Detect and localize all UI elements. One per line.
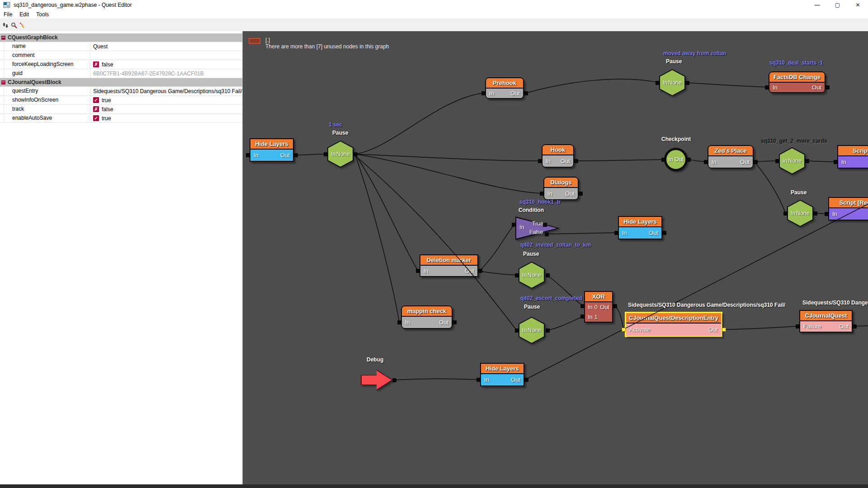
connector-pin[interactable]: [574, 159, 578, 163]
connector-pin[interactable]: [825, 212, 829, 216]
menu-edit[interactable]: Edit: [16, 10, 33, 19]
connector-pin[interactable]: [853, 324, 857, 328]
connector-pin[interactable]: [687, 158, 691, 162]
connector-pin[interactable]: [453, 320, 457, 324]
connector-pin[interactable]: [546, 273, 550, 277]
property-value[interactable]: ✓true: [90, 96, 242, 104]
connector-pin[interactable]: [661, 158, 665, 162]
hide-layers-3-node[interactable]: Hide LayersInOut: [480, 363, 524, 386]
pause-invited-node[interactable]: InNone: [519, 262, 545, 289]
property-value[interactable]: Quest: [90, 42, 242, 51]
connector-pin[interactable]: [754, 160, 758, 164]
arrange-icon[interactable]: [1, 21, 9, 29]
connector-pin[interactable]: [783, 211, 788, 216]
cjournal-quest-description-entry-node[interactable]: CJournalQuestDescriptionEntryActivateOut: [625, 312, 722, 337]
minimize-button[interactable]: —: [807, 0, 827, 10]
xor-node[interactable]: XORIn 0OutIn 1: [584, 291, 613, 323]
zeds-place-node[interactable]: Zed's PlaceInOut: [708, 145, 754, 169]
connector-pin[interactable]: [324, 152, 328, 156]
property-value[interactable]: [90, 51, 242, 60]
connector-pin[interactable]: [476, 378, 481, 382]
script-re-node[interactable]: Script [ReIn: [837, 145, 868, 169]
property-value[interactable]: Sidequests/SQ310 Dangerous Game/Descript…: [90, 87, 242, 95]
collapse-toggle-icon[interactable]: −: [1, 80, 5, 84]
connector-pin[interactable]: [580, 304, 585, 308]
connector-pin[interactable]: [580, 314, 585, 319]
connector-pin[interactable]: [826, 85, 830, 89]
connector-pin[interactable]: [545, 232, 549, 236]
connector-pin[interactable]: [481, 91, 486, 95]
connector-pin[interactable]: [775, 159, 779, 163]
bottom-scrollbar[interactable]: [0, 484, 868, 488]
checked-icon[interactable]: ✓: [93, 115, 99, 121]
connector-pin[interactable]: [656, 81, 660, 85]
connector-pin[interactable]: [538, 159, 542, 163]
cross-icon[interactable]: ✗: [93, 61, 99, 67]
connector-pin[interactable]: [613, 304, 617, 308]
connector-pin[interactable]: [515, 273, 519, 277]
connector-pin[interactable]: [392, 378, 396, 382]
collapse-toggle-icon[interactable]: −: [1, 36, 5, 40]
connector-pin[interactable]: [524, 378, 528, 382]
deletion-marker-node[interactable]: Deletion markerInOut: [420, 254, 478, 277]
pause-escort-node[interactable]: InNone: [519, 317, 545, 344]
connector-pin[interactable]: [622, 328, 626, 332]
menu-file[interactable]: File: [0, 10, 16, 19]
hook-node[interactable]: HookInOut: [542, 144, 574, 168]
checkpoint-node[interactable]: InOut: [664, 148, 688, 171]
pause-lower-right-node[interactable]: InNone: [787, 200, 813, 227]
menu-tools[interactable]: Tools: [33, 10, 52, 19]
property-value[interactable]: ✗false: [90, 105, 242, 113]
connector-pin[interactable]: [796, 324, 800, 328]
connector-pin[interactable]: [543, 223, 547, 227]
connector-pin[interactable]: [515, 328, 519, 333]
connector-pin[interactable]: [805, 159, 809, 163]
connector-pin[interactable]: [813, 211, 817, 216]
connector-pin[interactable]: [546, 328, 550, 333]
pause-get-2-more-cards-node[interactable]: InNone: [779, 147, 805, 174]
connector-pin[interactable]: [246, 153, 250, 157]
condition-node[interactable]: InTrueFalse: [515, 216, 560, 240]
checked-icon[interactable]: ✓: [93, 97, 99, 103]
debug-node[interactable]: [361, 370, 392, 390]
connector-pin[interactable]: [614, 231, 618, 235]
zoom-icon[interactable]: [10, 21, 18, 29]
connector-pin[interactable]: [540, 192, 544, 196]
maximize-button[interactable]: ▢: [827, 0, 848, 10]
close-button[interactable]: ✕: [848, 0, 868, 10]
property-section-header: −CJournalQuestBlock: [0, 78, 242, 87]
pause-moved-away-node[interactable]: InNone: [659, 69, 685, 96]
dialogs-node[interactable]: DialogsInOut: [543, 177, 579, 200]
graph-canvas[interactable]: [.] There are more than [7] unused nodes…: [243, 31, 868, 484]
connector-pin[interactable]: [524, 91, 528, 95]
property-label: comment: [4, 51, 90, 60]
hide-layers-2-node[interactable]: Hide LayersInOut: [618, 216, 662, 239]
cleanup-icon[interactable]: [19, 21, 27, 29]
cross-icon[interactable]: ✗: [93, 106, 99, 112]
property-value[interactable]: 6B0C7FB1-4B92BA67-2E47929C-1AACF01B: [90, 69, 242, 78]
hide-layers-1-node[interactable]: Hide LayersInOut: [250, 138, 294, 162]
connector-pin[interactable]: [397, 320, 401, 324]
cjournal-quest-node[interactable]: CJournalQuestFailureOut: [799, 310, 853, 333]
script-remo-node[interactable]: Script [RemoIn: [828, 197, 868, 221]
connector-pin[interactable]: [478, 269, 482, 273]
connector-pin[interactable]: [416, 269, 420, 273]
factsdb-change-node[interactable]: FactsDB ChangeInOut: [769, 71, 826, 93]
property-value[interactable]: ✗false: [90, 60, 242, 69]
connector-pin[interactable]: [354, 152, 358, 156]
connector-pin[interactable]: [579, 192, 583, 196]
connector-pin[interactable]: [722, 328, 726, 332]
connector-pin[interactable]: [765, 85, 769, 89]
port-label: In: [783, 158, 787, 164]
connector-pin[interactable]: [834, 160, 838, 164]
connector-pin[interactable]: [704, 160, 708, 164]
connector-pin[interactable]: [294, 153, 298, 157]
connector-pin[interactable]: [662, 231, 666, 235]
prehook-node[interactable]: PrehookInOut: [485, 77, 524, 99]
property-value[interactable]: ✓true: [90, 114, 242, 122]
pause-1-sec-node[interactable]: InNone: [327, 141, 354, 168]
connector-pin[interactable]: [685, 81, 689, 85]
property-row: enableAutoSave✓true: [0, 114, 242, 123]
connector-pin[interactable]: [512, 223, 516, 227]
mappin-check-node[interactable]: mappin checkInOut: [401, 305, 453, 329]
